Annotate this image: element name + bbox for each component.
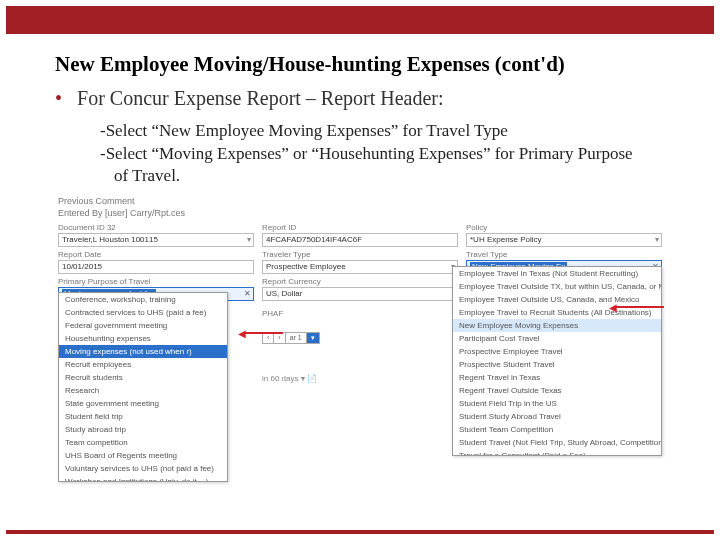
bullet-dot: •: [55, 87, 62, 109]
report-currency-label: Report Currency: [262, 277, 458, 286]
travel-type-option[interactable]: Employee Travel in Texas (Not Student Re…: [453, 267, 661, 280]
phaf-text: PHAF: [262, 309, 458, 318]
report-id-label: Report ID: [262, 223, 458, 232]
travel-type-option[interactable]: Student Team Competition: [453, 423, 661, 436]
travel-type-label: Travel Type: [466, 250, 662, 259]
travel-type-option[interactable]: Prospective Employee Travel: [453, 345, 661, 358]
doc-id-label: Document ID 32: [58, 223, 254, 232]
travel-type-option[interactable]: Employee Travel Outside TX, but within U…: [453, 280, 661, 293]
segment-control[interactable]: ‹›ar 1▾: [262, 332, 320, 344]
travel-type-option[interactable]: Employee Travel to Recruit Students (All…: [453, 306, 661, 319]
header-bar: [6, 6, 714, 34]
travel-type-option[interactable]: Employee Travel Outside US, Canada, and …: [453, 293, 661, 306]
sub-line-2: -Select “Moving Expenses” or “Househunti…: [100, 143, 640, 186]
purpose-option[interactable]: Conference, workshop, training: [59, 293, 227, 306]
report-date-field[interactable]: 10/01/2015: [58, 260, 254, 274]
purpose-option[interactable]: Recruit employees: [59, 358, 227, 371]
traveler-type-field[interactable]: Prospective Employee▾: [262, 260, 458, 274]
travel-type-option[interactable]: Participant Cost Travel: [453, 332, 661, 345]
concur-screenshot: Previous Comment Entered By [user] Carry…: [58, 196, 662, 383]
clear-icon[interactable]: ✕: [244, 289, 251, 298]
slide-title: New Employee Moving/House-hunting Expens…: [55, 52, 665, 77]
travel-type-option[interactable]: Regent Travel in Texas: [453, 371, 661, 384]
travel-type-option[interactable]: Prospective Student Travel: [453, 358, 661, 371]
primary-purpose-dropdown[interactable]: Conference, workshop, training Contracte…: [58, 292, 228, 482]
bullet-text: For Concur Expense Report – Report Heade…: [77, 87, 444, 109]
purpose-option[interactable]: Research: [59, 384, 227, 397]
purpose-option[interactable]: Team competition: [59, 436, 227, 449]
prev-comment-label: Previous Comment: [58, 196, 662, 206]
purpose-option[interactable]: State government meeting: [59, 397, 227, 410]
sub-line-1: -Select “New Employee Moving Expenses” f…: [100, 120, 640, 141]
footer-bar: [6, 530, 714, 534]
entered-by-label: Entered By [user] Carry/Rpt.ces: [58, 208, 662, 218]
purpose-option[interactable]: Recruit students: [59, 371, 227, 384]
bullet-main: • For Concur Expense Report – Report Hea…: [55, 87, 665, 110]
purpose-option[interactable]: Voluntary services to UHS (not paid a fe…: [59, 462, 227, 475]
purpose-option[interactable]: Student field trip: [59, 410, 227, 423]
days-text: in 60 days ▾ 📄: [262, 374, 458, 383]
purpose-option[interactable]: Moving expenses (not used when r): [59, 345, 227, 358]
report-date-label: Report Date: [58, 250, 254, 259]
purpose-option[interactable]: Contracted services to UHS (paid a fee): [59, 306, 227, 319]
policy-label: Policy: [466, 223, 662, 232]
purpose-option[interactable]: Workshop and Institutions (Univ. do it .…: [59, 475, 227, 482]
travel-type-option[interactable]: Student Travel (Not Field Trip, Study Ab…: [453, 436, 661, 449]
primary-purpose-label: Primary Purpose of Travel: [58, 277, 254, 286]
purpose-option[interactable]: Househunting expenses: [59, 332, 227, 345]
travel-type-option[interactable]: Student Study Abroad Travel: [453, 410, 661, 423]
report-id-field[interactable]: 4FCAFAD750D14IF4AC6F: [262, 233, 458, 247]
policy-field[interactable]: *UH Expense Policy▾: [466, 233, 662, 247]
doc-id-field[interactable]: Traveler,L Houston 100115▾: [58, 233, 254, 247]
travel-type-option[interactable]: Travel for a Consultant (Paid a Fee): [453, 449, 661, 456]
travel-type-dropdown[interactable]: Employee Travel in Texas (Not Student Re…: [452, 266, 662, 456]
traveler-type-label: Traveler Type: [262, 250, 458, 259]
travel-type-option[interactable]: Student Field Trip in the US: [453, 397, 661, 410]
travel-type-option[interactable]: New Employee Moving Expenses: [453, 319, 661, 332]
purpose-option[interactable]: Federal government meeting: [59, 319, 227, 332]
travel-type-option[interactable]: Regent Travel Outside Texas: [453, 384, 661, 397]
purpose-option[interactable]: UHS Board of Regents meeting: [59, 449, 227, 462]
purpose-option[interactable]: Study abroad trip: [59, 423, 227, 436]
report-currency-field[interactable]: US, Dollar: [262, 287, 458, 301]
